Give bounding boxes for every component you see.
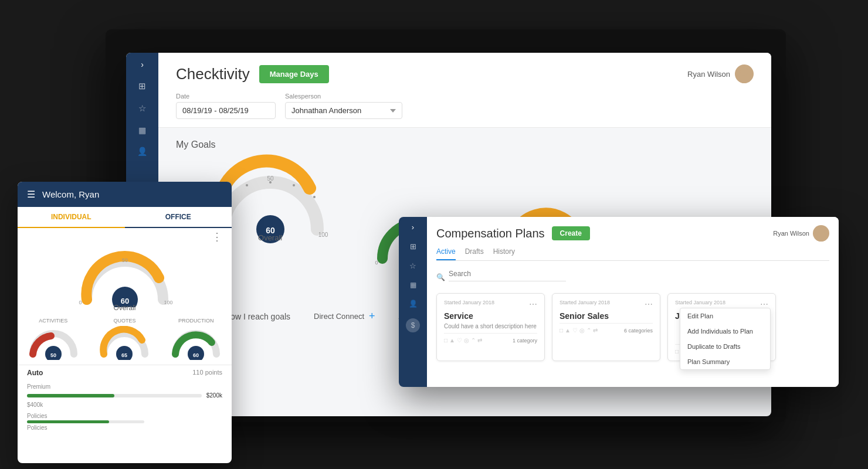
- plan-card-service: Started January 2018 ⋯ Service Could hav…: [436, 293, 545, 361]
- duplicate-drafts-item[interactable]: Duplicate to Drafts: [680, 339, 770, 354]
- senior-sales-card-icons: □▲♡◎⌃⇄: [560, 327, 598, 334]
- plan-card-junior-sales: Started January 2018 ⋯ Junior Sales Edit…: [667, 293, 776, 361]
- avatar: [735, 64, 754, 83]
- date-label: Date: [176, 93, 276, 100]
- tab-office[interactable]: OFFICE: [125, 207, 232, 228]
- svg-point-36: [818, 227, 825, 235]
- mobile-overall-gauge: 60 0 50 100: [72, 246, 178, 307]
- comp-user-name: Ryan Wilson: [773, 230, 809, 237]
- mobile-overall-label: Overall: [113, 304, 135, 312]
- policies-bar-1-fill: [27, 420, 109, 423]
- service-categories: □▲♡◎⌃⇄ 1 category: [444, 333, 537, 344]
- comp-title: Compensation Plans: [436, 227, 545, 240]
- page-title: Checktivity: [176, 65, 250, 83]
- plan-card-senior-sales: Started January 2018 ⋯ Senior Sales □▲♡◎…: [552, 293, 660, 361]
- bar-value: $200k: [206, 392, 222, 399]
- comp-dollar-icon[interactable]: $: [406, 318, 420, 332]
- svg-text:60: 60: [193, 352, 199, 358]
- service-category-count: 1 category: [513, 338, 537, 344]
- date-input[interactable]: [176, 102, 276, 119]
- svg-text:0: 0: [375, 260, 378, 266]
- users-icon[interactable]: 👤: [137, 147, 147, 156]
- filter-row: Date Salesperson Johnathan Anderson: [176, 93, 754, 127]
- svg-point-8: [246, 184, 248, 186]
- mobile-gauge-section: 60 0 50 100 Overall: [18, 246, 232, 312]
- policies-item-2: Policies: [27, 424, 222, 431]
- svg-point-6: [269, 181, 272, 183]
- premium-bar-bg: [27, 394, 202, 397]
- bar-target: $400k: [27, 402, 43, 408]
- plan-summary-item[interactable]: Plan Summary: [680, 354, 770, 369]
- svg-text:0: 0: [79, 300, 82, 305]
- mobile-panel: ☰ Welcom, Ryan INDIVIDUAL OFFICE ⋮ 60 0 …: [18, 182, 232, 463]
- mobile-more-button[interactable]: ⋮: [18, 228, 232, 246]
- grid-icon[interactable]: ⊞: [138, 81, 146, 91]
- quotes-gauge-label: QUOTES: [113, 318, 135, 324]
- quotes-gauge-svg: 65: [98, 326, 151, 360]
- date-filter-group: Date: [176, 93, 276, 119]
- policies-item-1: Policies: [27, 413, 222, 419]
- chart-icon[interactable]: ▦: [138, 125, 146, 135]
- premium-bar-row: $200k: [27, 392, 222, 399]
- goals-section-title: My Goals: [176, 140, 754, 150]
- bar-label: Premium: [27, 383, 50, 390]
- star-icon[interactable]: ☆: [138, 103, 146, 114]
- comp-header: Compensation Plans Create Ryan Wilson: [436, 225, 829, 242]
- tab-drafts[interactable]: Drafts: [465, 247, 484, 260]
- mobile-tabs: INDIVIDUAL OFFICE: [18, 207, 232, 228]
- activity-title: Auto: [27, 369, 43, 377]
- junior-sales-dropdown: Edit Plan Add Individuals to Plan Duplic…: [680, 308, 771, 370]
- mobile-activity-section: Auto 110 points Premium $200k $400k Poli…: [18, 365, 232, 440]
- service-started: Started January 2018: [444, 300, 494, 305]
- policies-section: Policies Policies: [27, 413, 222, 431]
- overall-label: Overall: [258, 233, 282, 242]
- user-name-label: Ryan Wilson: [687, 70, 730, 79]
- tab-history[interactable]: History: [493, 247, 515, 260]
- comp-chart-icon[interactable]: ▦: [410, 281, 416, 289]
- svg-text:50: 50: [121, 257, 127, 263]
- plan-card-service-header: Started January 2018 ⋯: [444, 300, 537, 309]
- create-button[interactable]: Create: [552, 226, 590, 240]
- service-more-button[interactable]: ⋯: [529, 300, 537, 309]
- hamburger-icon[interactable]: ☰: [27, 189, 35, 200]
- add-direct-connect-button[interactable]: +: [369, 310, 375, 322]
- production-gauge-label: PRODUCTION: [178, 318, 214, 324]
- mobile-production-gauge: PRODUCTION 60: [169, 318, 222, 360]
- policies-bar-1-bg: [27, 420, 144, 423]
- svg-point-0: [740, 67, 748, 76]
- salesperson-select[interactable]: Johnathan Anderson: [285, 102, 402, 119]
- svg-text:65: 65: [121, 352, 127, 358]
- edit-plan-item[interactable]: Edit Plan: [680, 308, 770, 324]
- search-icon: 🔍: [436, 273, 445, 281]
- manage-days-button[interactable]: Manage Days: [259, 65, 329, 83]
- senior-sales-category-count: 6 categories: [624, 328, 653, 334]
- plan-card-senior-sales-header: Started January 2018 ⋯: [560, 300, 653, 309]
- premium-bar-section: Premium $200k $400k: [27, 380, 222, 409]
- senior-sales-started: Started January 2018: [560, 300, 610, 305]
- title-bar: Checktivity Manage Days Ryan Wilson: [176, 64, 754, 83]
- comp-tabs: Active Drafts History: [436, 247, 829, 261]
- production-gauge-svg: 60: [169, 326, 222, 360]
- mobile-small-gauges: ACTIVITIES 50 QUOTES 65 PRODUCTION: [18, 318, 232, 360]
- window-header: Checktivity Manage Days Ryan Wilson Date…: [158, 53, 771, 128]
- activities-gauge-label: ACTIVITIES: [39, 318, 67, 324]
- svg-text:50: 50: [267, 175, 274, 182]
- senior-sales-more-button[interactable]: ⋯: [645, 300, 653, 309]
- comp-search-input[interactable]: [449, 267, 566, 281]
- senior-sales-plan-name: Senior Sales: [560, 311, 653, 321]
- mobile-header: ☰ Welcom, Ryan: [18, 182, 232, 207]
- comp-chevron-icon[interactable]: ›: [412, 223, 414, 232]
- comp-users-icon[interactable]: 👤: [409, 300, 418, 308]
- svg-text:100: 100: [318, 232, 328, 238]
- comp-star-icon[interactable]: ☆: [409, 261, 416, 270]
- tab-individual[interactable]: INDIVIDUAL: [18, 207, 125, 228]
- salesperson-filter-group: Salesperson Johnathan Anderson: [285, 93, 402, 119]
- compensation-window: › ⊞ ☆ ▦ 👤 $ Compensation Plans Create Ry…: [399, 217, 839, 387]
- comp-grid-icon[interactable]: ⊞: [410, 242, 416, 251]
- chevron-right-icon[interactable]: ›: [141, 60, 144, 69]
- plan-cards: Started January 2018 ⋯ Service Could hav…: [436, 293, 829, 361]
- comp-search-row: 🔍: [436, 267, 829, 287]
- service-plan-desc: Could have a short description here: [444, 323, 537, 329]
- tab-active[interactable]: Active: [436, 247, 456, 260]
- add-individuals-item[interactable]: Add Individuals to Plan: [680, 324, 770, 339]
